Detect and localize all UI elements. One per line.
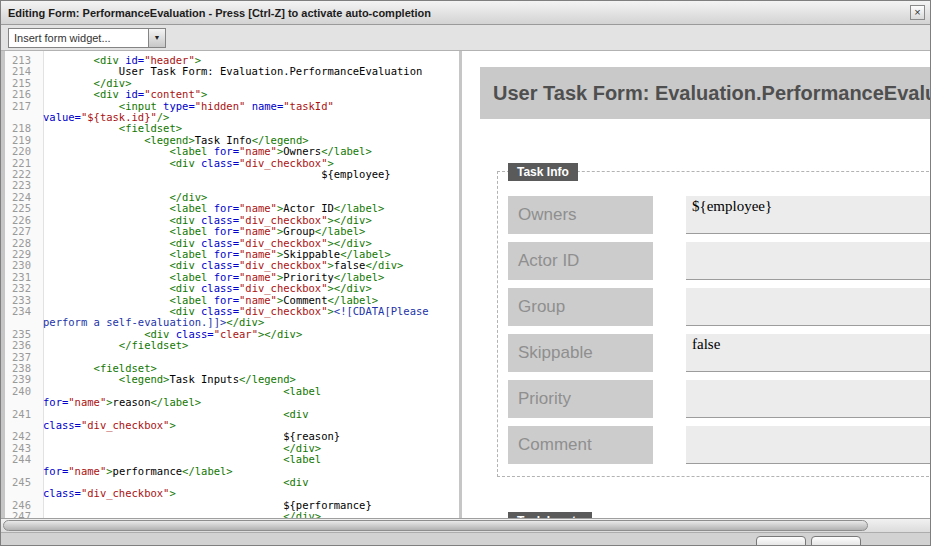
preview-fieldsets: Task InfoOwners${employee}Actor IDGroupS… xyxy=(480,171,930,518)
line-number xyxy=(5,397,37,408)
field-label: Skippable xyxy=(508,334,653,372)
line-number: 225 xyxy=(5,203,37,214)
field-spacer xyxy=(653,426,686,464)
partial-button-1[interactable] xyxy=(756,536,806,546)
line-number: 247 xyxy=(5,511,37,518)
field-value xyxy=(686,380,930,418)
line-number: 216 xyxy=(5,89,37,100)
preview-header: User Task Form: Evaluation.PerformanceEv… xyxy=(480,67,930,119)
field-value: false xyxy=(686,334,930,372)
field-label: Owners xyxy=(508,196,653,234)
field-spacer xyxy=(653,380,686,418)
form-row: Group xyxy=(508,288,930,326)
field-spacer xyxy=(653,196,686,234)
code-text: ${employee} xyxy=(37,169,391,180)
form-row: Comment xyxy=(508,426,930,464)
field-value xyxy=(686,426,930,464)
field-label: Actor ID xyxy=(508,242,653,280)
form-row: Skippablefalse xyxy=(508,334,930,372)
line-number: 236 xyxy=(5,340,37,351)
code-line[interactable]: 222 ${employee} xyxy=(5,169,459,180)
line-number: 232 xyxy=(5,283,37,294)
preview-fieldset: Task InfoOwners${employee}Actor IDGroupS… xyxy=(497,171,930,477)
code-lines: 213 <div id="header">214 User Task Form:… xyxy=(5,51,459,518)
line-number: 220 xyxy=(5,146,37,157)
field-value xyxy=(686,288,930,326)
horizontal-scrollbar[interactable] xyxy=(1,518,930,533)
field-spacer xyxy=(653,242,686,280)
line-number: 234 xyxy=(5,306,37,317)
code-editor[interactable]: 213 <div id="header">214 User Task Form:… xyxy=(5,51,459,518)
line-number: 217 xyxy=(5,101,37,112)
form-preview: User Task Form: Evaluation.PerformanceEv… xyxy=(462,51,930,518)
field-value: ${employee} xyxy=(686,196,930,234)
field-spacer xyxy=(653,288,686,326)
close-button[interactable]: × xyxy=(910,5,925,20)
window-title: Editing Form: PerformanceEvaluation - Pr… xyxy=(8,7,431,19)
dialog-window: Editing Form: PerformanceEvaluation - Pr… xyxy=(0,0,931,546)
line-number: 241 xyxy=(5,409,37,420)
field-value xyxy=(686,242,930,280)
partial-button-2[interactable] xyxy=(811,536,861,546)
field-label: Comment xyxy=(508,426,653,464)
line-number: 230 xyxy=(5,260,37,271)
line-number: 245 xyxy=(5,477,37,488)
insert-widget-select[interactable]: Insert form widget... ▼ xyxy=(8,28,166,48)
insert-widget-value: Insert form widget... xyxy=(9,29,148,47)
close-icon: × xyxy=(914,6,920,18)
field-label: Group xyxy=(508,288,653,326)
line-number: 240 xyxy=(5,386,37,397)
preview-title: User Task Form: Evaluation.PerformanceEv… xyxy=(493,82,930,105)
chevron-down-icon[interactable]: ▼ xyxy=(148,29,165,47)
code-text: </div> xyxy=(37,511,321,518)
line-number: 244 xyxy=(5,454,37,465)
fieldset-legend: Task Info xyxy=(508,163,578,181)
title-bar[interactable]: Editing Form: PerformanceEvaluation - Pr… xyxy=(1,1,930,25)
code-text: </fieldset> xyxy=(37,340,188,351)
code-line[interactable]: 247 </div> xyxy=(5,511,459,518)
bottom-strip xyxy=(1,533,930,545)
code-line[interactable]: 236 </fieldset> xyxy=(5,340,459,351)
field-label: Priority xyxy=(508,380,653,418)
main-area: 213 <div id="header">214 User Task Form:… xyxy=(1,51,930,518)
form-row: Priority xyxy=(508,380,930,418)
form-row: Owners${employee} xyxy=(508,196,930,234)
toolbar: Insert form widget... ▼ xyxy=(1,25,930,51)
field-spacer xyxy=(653,334,686,372)
scrollbar-thumb[interactable] xyxy=(3,520,868,531)
form-row: Actor ID xyxy=(508,242,930,280)
line-number: 227 xyxy=(5,226,37,237)
